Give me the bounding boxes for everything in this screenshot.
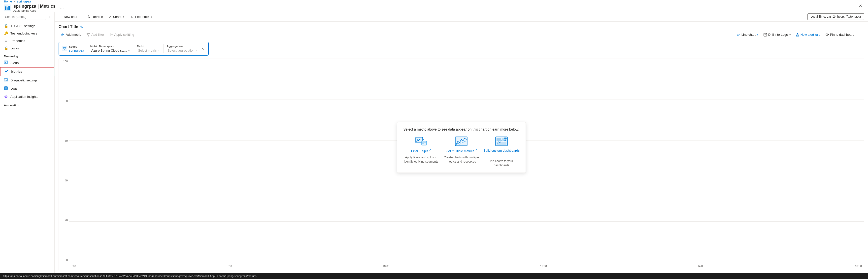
line-chart-button[interactable]: Line chart ∨	[735, 32, 761, 38]
y-label-60: 60	[65, 139, 68, 142]
hint-card-title-dashboard: Build custom dashboards ↗	[484, 149, 520, 157]
metric-dropdown[interactable]: Select metric ∨	[137, 48, 160, 53]
drill-icon	[764, 33, 767, 36]
refresh-label: Refresh	[92, 15, 103, 19]
selector-sep-2	[134, 44, 134, 53]
pin-to-dashboard-button[interactable]: Pin to dashboard	[823, 32, 856, 38]
x-label-5: 14:00	[698, 265, 705, 268]
namespace-dropdown[interactable]: Azure Spring Cloud sta... ∨	[90, 48, 131, 53]
key-icon: 🔑	[4, 31, 8, 35]
feedback-icon: ☺	[130, 15, 134, 19]
new-chart-button[interactable]: + New chart	[59, 14, 81, 20]
share-icon: ↗	[109, 15, 112, 19]
metric-chevron: ∨	[158, 49, 159, 52]
drill-into-logs-button[interactable]: Drill into Logs ∨	[762, 32, 793, 38]
feedback-button[interactable]: ☺ Feedback ∨	[128, 14, 155, 20]
svg-rect-1	[5, 6, 6, 10]
sidebar-item-properties[interactable]: ≡ Properties	[0, 37, 54, 44]
app-icon	[4, 4, 11, 11]
aggregation-group: Aggregation Select aggregation ∨	[166, 45, 198, 53]
svg-point-37	[505, 138, 506, 139]
new-alert-rule-button[interactable]: New alert rule	[794, 32, 822, 38]
scope-value[interactable]: springrpza	[69, 49, 84, 52]
sidebar-item-test-endpoint[interactable]: 🔑 Test endpoint keys	[0, 30, 54, 37]
title-block: springrpza | Metrics Azure Spring Apps	[13, 4, 56, 12]
namespace-label: Metric Namespace	[90, 45, 131, 48]
toolbar: + New chart ↻ Refresh ↗ Share ∨ ☺ Feedba…	[55, 12, 868, 22]
split-icon	[110, 33, 113, 36]
selector-sep-1	[87, 44, 87, 53]
status-url: https://ms.portal.azure.com/#@microsoft.…	[3, 275, 256, 278]
search-input[interactable]	[3, 14, 46, 20]
sidebar-search-area: «	[0, 12, 54, 22]
scope-icon	[62, 46, 67, 51]
sidebar-item-label: Metrics	[11, 70, 22, 73]
hint-card-plot-multiple[interactable]: Plot multiple metrics ↗ Create charts wi…	[443, 136, 479, 167]
sidebar-item-label: Diagnostic settings	[10, 79, 37, 82]
logs-icon	[4, 86, 8, 91]
chart-title-row: Chart Title ✎	[59, 25, 864, 29]
y-label-100: 100	[63, 60, 68, 63]
status-bar: https://ms.portal.azure.com/#@microsoft.…	[0, 273, 868, 279]
sidebar-section-automation: Automation	[0, 101, 54, 108]
more-options-button[interactable]: ···	[58, 5, 66, 11]
time-range-button[interactable]: Local Time: Last 24 hours (Automatic)	[807, 13, 864, 20]
alerts-icon	[4, 61, 8, 65]
sidebar-item-alerts[interactable]: Alerts	[0, 59, 54, 67]
svg-rect-3	[8, 6, 10, 10]
aggregation-chevron: ∨	[195, 49, 197, 52]
sidebar-item-label: Properties	[10, 39, 25, 43]
svg-rect-33	[497, 138, 501, 141]
sidebar-item-logs[interactable]: Logs	[0, 84, 54, 93]
plot-multiple-icon	[455, 136, 468, 146]
chart-wrapper: 100 80 60 40 20 0 Select a m	[59, 59, 864, 270]
breadcrumb-home[interactable]: Home	[4, 0, 12, 3]
sidebar-item-label: TLS/SSL settings	[10, 24, 35, 28]
y-axis: 100 80 60 40 20 0	[59, 59, 69, 262]
line-chart-chevron: ∨	[757, 33, 758, 36]
hint-card-desc-dashboard: Pin charts to your dashboards	[484, 159, 520, 167]
clear-metric-button[interactable]: ✕	[200, 46, 205, 51]
drill-chevron: ∨	[789, 33, 791, 36]
svg-rect-20	[764, 33, 767, 36]
top-header: Home › springrpza springrpza | Metrics A…	[0, 0, 868, 12]
close-button[interactable]: ✕	[857, 2, 864, 9]
namespace-group: Metric Namespace Azure Spring Cloud sta.…	[90, 45, 131, 53]
sidebar-item-locks[interactable]: 🔒 Locks	[0, 44, 54, 52]
sidebar-item-label: Test endpoint keys	[10, 32, 37, 35]
svg-point-15	[5, 96, 6, 97]
grid-line-2	[69, 99, 864, 100]
sidebar-item-tls[interactable]: 🔒 TLS/SSL settings	[0, 22, 54, 30]
filter-split-icon	[415, 136, 428, 146]
share-button[interactable]: ↗ Share ∨	[106, 14, 127, 20]
chart-more-button[interactable]: ···	[857, 32, 864, 38]
svg-point-17	[110, 34, 111, 35]
sidebar-item-metrics[interactable]: Metrics	[0, 67, 54, 76]
sidebar-section-1: 🔒 TLS/SSL settings 🔑 Test endpoint keys …	[0, 22, 54, 52]
pin-icon	[825, 33, 829, 36]
svg-rect-4	[4, 61, 8, 63]
svg-rect-31	[455, 137, 467, 146]
aggregation-dropdown[interactable]: Select aggregation ∨	[166, 48, 198, 53]
hint-card-filter-split[interactable]: Filter + Split ↗ Apply filters and split…	[403, 136, 439, 167]
sidebar-item-app-insights[interactable]: Application Insights	[0, 93, 54, 101]
share-label: Share	[113, 15, 122, 19]
x-label-3: 10:00	[383, 265, 390, 268]
edit-title-icon[interactable]: ✎	[80, 25, 83, 29]
breadcrumb-current[interactable]: springrpza	[17, 0, 31, 3]
hint-card-dashboard[interactable]: Build custom dashboards ↗ Pin charts to …	[484, 136, 520, 167]
add-filter-button[interactable]: Add filter	[84, 32, 106, 38]
collapse-sidebar-button[interactable]: «	[48, 14, 51, 19]
aggregation-value: Select aggregation	[167, 49, 194, 52]
x-label-2: 8:00	[226, 265, 232, 268]
refresh-button[interactable]: ↻ Refresh	[85, 13, 106, 20]
hint-card-desc-filter: Apply filters and splits to identify out…	[403, 155, 439, 164]
sidebar: « 🔒 TLS/SSL settings 🔑 Test endpoint key…	[0, 12, 55, 273]
app-insights-icon	[4, 94, 8, 99]
sidebar-section-monitoring: Monitoring Alerts Metrics Diagnostic set…	[0, 52, 54, 101]
sidebar-item-diagnostic[interactable]: Diagnostic settings	[0, 76, 54, 84]
apply-splitting-button[interactable]: Apply splitting	[107, 32, 136, 38]
ext-icon-filter: ↗	[429, 149, 431, 151]
chart-actions-bar: Add metric Add filter Apply splitti	[59, 32, 864, 39]
add-metric-button[interactable]: Add metric	[59, 32, 84, 38]
